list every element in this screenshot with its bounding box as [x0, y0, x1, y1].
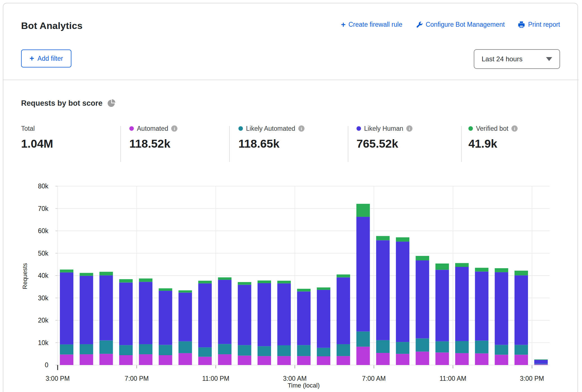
- bar-segment: [297, 291, 311, 345]
- bar-segment: [376, 236, 390, 240]
- bar-segment: [218, 277, 231, 280]
- bar-segment: [357, 347, 370, 365]
- y-tick-label: 10k: [38, 339, 49, 346]
- bar-segment: [238, 285, 251, 345]
- bar-segment: [80, 344, 93, 354]
- bar-segment: [436, 263, 449, 270]
- y-tick-label: 80k: [38, 183, 49, 190]
- section-title-row: Requests by bot score: [21, 99, 116, 108]
- stat-automated[interactable]: Automated i 118.52k: [129, 124, 177, 150]
- printer-icon: [518, 21, 525, 28]
- info-icon[interactable]: i: [511, 125, 518, 132]
- bar-segment: [475, 353, 488, 365]
- bar-segment: [179, 290, 192, 292]
- print-report-label: Print report: [528, 21, 560, 28]
- stat-likely-automated-label: Likely Automated: [246, 125, 295, 132]
- bar-segment: [515, 275, 528, 345]
- bar-segment: [159, 288, 172, 291]
- bar-segment: [357, 204, 370, 217]
- bar-segment: [100, 341, 113, 354]
- stat-verified-bot[interactable]: Verified bot i 41.9k: [468, 124, 518, 150]
- print-report-link[interactable]: Print report: [518, 21, 560, 28]
- bar-segment: [475, 268, 488, 272]
- bar-segment: [357, 217, 370, 332]
- bar-segment: [396, 242, 409, 342]
- bar-segment: [317, 348, 330, 356]
- bar-segment: [317, 287, 330, 290]
- y-tick-label: 50k: [38, 250, 49, 257]
- x-axis-title: Time (local): [288, 382, 320, 389]
- plus-icon: +: [341, 22, 346, 28]
- bar-segment: [218, 354, 231, 365]
- bar-segment: [534, 364, 548, 364]
- stat-divider: [461, 126, 462, 162]
- stat-likely-human[interactable]: Likely Human i 765.52k: [357, 124, 412, 150]
- bar-segment: [416, 256, 429, 260]
- stat-likely-automated-value: 118.65k: [238, 137, 304, 150]
- requests-by-bot-score-chart[interactable]: 3:00 PM7:00 PM11:00 PM3:00 AM7:00 AM11:0…: [0, 174, 582, 392]
- likely-automated-dot: [238, 126, 243, 131]
- x-tick-label: 11:00 AM: [439, 375, 466, 382]
- bar-segment: [337, 344, 350, 356]
- plus-icon: +: [30, 56, 34, 61]
- bar-segment: [337, 277, 350, 344]
- verified-bot-dot: [468, 126, 473, 131]
- bar-segment: [119, 345, 133, 355]
- bar-segment: [495, 345, 508, 355]
- bar-segment: [337, 274, 350, 277]
- bar-segment: [119, 279, 133, 283]
- y-tick-label: 60k: [38, 227, 49, 235]
- x-tick-label: 3:00 PM: [46, 375, 70, 382]
- bar-segment: [139, 278, 152, 282]
- bar-segment: [515, 271, 528, 276]
- bar-segment: [297, 289, 311, 292]
- bar-segment: [60, 270, 73, 272]
- stat-divider: [348, 126, 348, 162]
- stat-likely-automated[interactable]: Likely Automated i 118.65k: [238, 124, 304, 150]
- create-firewall-rule-link[interactable]: + Create firewall rule: [341, 21, 402, 28]
- bar-segment: [495, 355, 508, 365]
- stat-verified-bot-value: 41.9k: [468, 137, 518, 150]
- create-firewall-rule-label: Create firewall rule: [348, 21, 402, 28]
- x-tick-label: 3:00 AM: [283, 375, 306, 382]
- bar-segment: [277, 345, 291, 356]
- stat-automated-value: 118.52k: [129, 137, 177, 150]
- bar-segment: [475, 341, 488, 353]
- x-tick-label: 7:00 PM: [125, 375, 149, 382]
- bar-segment: [495, 272, 508, 345]
- info-icon[interactable]: i: [171, 125, 177, 132]
- bar-segment: [455, 353, 469, 365]
- y-tick-label: 40k: [38, 272, 49, 279]
- info-icon[interactable]: i: [406, 125, 412, 132]
- bar-segment: [436, 352, 449, 365]
- info-icon[interactable]: i: [298, 125, 304, 132]
- bar-segment: [60, 272, 73, 344]
- bar-segment: [139, 354, 152, 365]
- bar-segment: [376, 340, 390, 353]
- bar-segment: [119, 355, 133, 365]
- bar-segment: [198, 347, 212, 357]
- time-range-select[interactable]: Last 24 hours: [474, 49, 560, 69]
- configure-bot-management-link[interactable]: Configure Bot Management: [415, 21, 505, 28]
- bar-segment: [258, 356, 271, 365]
- x-tick-label: 3:00 PM: [520, 375, 544, 382]
- bar-segment: [376, 240, 390, 340]
- wrench-icon: [415, 21, 423, 28]
- bar-segment: [100, 354, 113, 365]
- bar-segment: [277, 356, 291, 365]
- add-filter-label: Add filter: [37, 55, 63, 62]
- add-filter-button[interactable]: + Add filter: [21, 49, 71, 67]
- bar-segment: [258, 346, 271, 356]
- bar-segment: [515, 345, 528, 355]
- y-tick-label: 20k: [38, 317, 49, 324]
- bar-segment: [297, 345, 311, 356]
- y-tick-label: 0: [45, 361, 48, 369]
- bar-segment: [475, 272, 488, 341]
- bar-segment: [179, 341, 192, 353]
- configure-bot-management-label: Configure Bot Management: [426, 21, 505, 28]
- bar-segment: [277, 281, 291, 283]
- bar-segment: [218, 280, 231, 344]
- bar-segment: [317, 290, 330, 348]
- bar-segment: [60, 344, 73, 355]
- bar-segment: [139, 344, 152, 354]
